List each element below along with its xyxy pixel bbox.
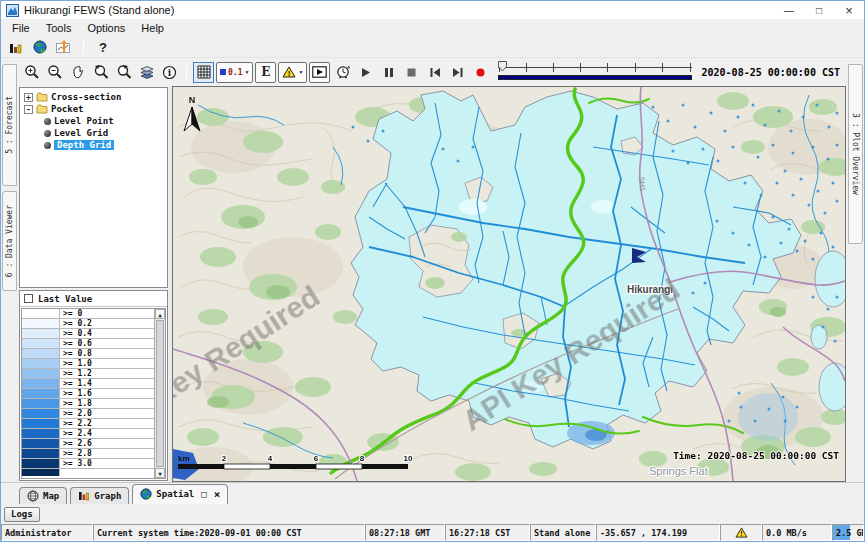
zoom-out-button[interactable]	[44, 62, 65, 83]
status-memory: 2.5 GB	[832, 524, 864, 541]
map-display-button[interactable]	[31, 39, 49, 55]
zoom-previous-button[interactable]	[90, 62, 111, 83]
warning-dropdown[interactable]: ! ▼	[278, 62, 307, 83]
step-back-icon	[429, 67, 441, 78]
menu-item-tools[interactable]: Tools	[38, 21, 80, 35]
folder-icon	[36, 104, 48, 114]
scroll-up-icon[interactable]: ▲	[155, 309, 165, 319]
place-label-springs-flat: Springs Flat	[649, 465, 708, 477]
status-local-time: 16:27:18 CST	[445, 524, 530, 541]
chart-arrow-icon	[56, 40, 72, 54]
legend-row: >= 1.4	[22, 379, 154, 389]
tree-item-label: Level Point	[54, 116, 114, 126]
zoom-in-icon	[24, 64, 40, 80]
status-transfer-rate: 0.0 MB/s	[762, 524, 832, 541]
pan-button[interactable]	[67, 62, 88, 83]
minimize-button[interactable]: —	[774, 1, 804, 19]
scroll-down-icon[interactable]: ▼	[155, 468, 165, 478]
menu-item-help[interactable]: Help	[133, 21, 172, 35]
tree-item-pocket[interactable]: - Pocket	[20, 103, 167, 115]
legend-row: >= 0	[22, 309, 154, 319]
tree-item-level-point[interactable]: Level Point	[20, 115, 167, 127]
tree-item-label-selected: Depth Grid	[54, 140, 114, 150]
map-time-label: Time: 2020-08-25 00:00:00 CST	[673, 450, 839, 461]
svg-text:2: 2	[222, 454, 227, 463]
chevron-down-icon: ▼	[244, 69, 249, 75]
maximize-button[interactable]: □	[804, 1, 834, 19]
legend-row-partial	[22, 469, 154, 476]
layers-button[interactable]	[136, 62, 157, 83]
interval-dropdown[interactable]: 0.1 ▼	[216, 62, 253, 83]
record-icon	[475, 67, 486, 78]
clock-icon	[335, 64, 351, 80]
map-view[interactable]: SH1 Hikurangi Springs Flat API Key Requi…	[172, 86, 846, 482]
svg-text:8: 8	[360, 454, 365, 463]
timeline-handle[interactable]	[498, 61, 508, 72]
svg-text:10: 10	[404, 454, 413, 463]
close-tab-icon[interactable]: ×	[214, 488, 221, 501]
legend-row: >= 1.6	[22, 389, 154, 399]
tab-map[interactable]: Map	[19, 487, 67, 504]
svg-text:!: !	[288, 69, 291, 78]
zoom-in-button[interactable]	[21, 62, 42, 83]
legend-scrollbar[interactable]: ▲ ▼	[154, 309, 165, 478]
scrollbar-thumb[interactable]	[156, 320, 164, 467]
svg-text:6: 6	[314, 454, 319, 463]
last-value-label: Last Value	[38, 294, 92, 304]
menubar: File Tools Options Help	[1, 19, 864, 37]
bar-chart-icon	[9, 41, 23, 54]
grid-display-button[interactable]	[193, 62, 214, 83]
hand-icon	[70, 65, 85, 80]
tree-item-depth-grid[interactable]: Depth Grid	[20, 139, 167, 151]
record-button[interactable]	[470, 62, 491, 83]
timeline-slider[interactable]	[498, 60, 691, 84]
last-value-checkbox[interactable]	[24, 294, 33, 303]
warning-icon: !	[282, 66, 296, 78]
tree-item-cross-section[interactable]: + Cross-section	[20, 91, 167, 103]
titlebar: Hikurangi FEWS (Stand alone) — □ ×	[1, 1, 864, 19]
legend-table: >= 0 >= 0.2 >= 0.4 >= 0.6 >= 0.8 >= 1.0 …	[22, 309, 154, 478]
step-forward-button[interactable]	[447, 62, 468, 83]
legend-row: >= 2.6	[22, 439, 154, 449]
sidebar-tab-data-viewer[interactable]: 6 : Data Viewer	[2, 191, 17, 291]
tree-item-level-grid[interactable]: Level Grid	[20, 127, 167, 139]
step-back-button[interactable]	[424, 62, 445, 83]
help-button[interactable]: ?	[94, 39, 112, 55]
collapse-icon[interactable]: -	[24, 105, 33, 114]
tree-item-label: Pocket	[51, 104, 84, 114]
spatial-display-button[interactable]	[55, 39, 73, 55]
presentation-button[interactable]	[309, 62, 330, 83]
tab-graph[interactable]: Graph	[70, 487, 129, 504]
zoom-next-button[interactable]	[113, 62, 134, 83]
replay-timer-button[interactable]	[332, 62, 353, 83]
status-mode: Stand alone	[530, 524, 596, 541]
tab-spatial[interactable]: Spatial □ ×	[132, 484, 228, 504]
expand-icon[interactable]: +	[24, 93, 33, 102]
database-display-button[interactable]	[7, 39, 25, 55]
stop-button[interactable]	[401, 62, 422, 83]
pause-button[interactable]	[378, 62, 399, 83]
app-window: Hikurangi FEWS (Stand alone) — □ × File …	[0, 0, 865, 542]
info-button[interactable]: i	[159, 62, 180, 83]
toolbar-separator	[186, 65, 187, 80]
menu-item-file[interactable]: File	[4, 21, 38, 35]
status-system-time: Current system time:2020-09-01 00:00 CST	[93, 524, 365, 541]
boxed-play-icon	[312, 66, 327, 78]
bottom-tab-bar: Map Graph Spatial □ ×	[1, 482, 864, 504]
sidebar-tab-plot-overview[interactable]: 3 : Plot Overview	[848, 64, 863, 244]
menu-item-options[interactable]: Options	[79, 21, 133, 35]
status-warning[interactable]: !	[720, 524, 762, 541]
play-button[interactable]	[355, 62, 376, 83]
timeline-date: 2020-08-25 00:00:00 CST	[702, 67, 840, 78]
sidebar-tab-forecast[interactable]: 5 : Forecast	[2, 64, 17, 186]
road-label-sh1: SH1	[637, 176, 647, 191]
close-button[interactable]: ×	[834, 1, 864, 19]
bullet-icon	[44, 118, 51, 125]
logs-button[interactable]: Logs	[4, 507, 40, 522]
globe-icon	[33, 40, 47, 54]
label-button[interactable]: E	[255, 62, 276, 83]
tree-item-label: Level Grid	[54, 128, 108, 138]
map-canvas[interactable]: SH1 Hikurangi Springs Flat API Key Requi…	[173, 87, 845, 481]
maximize-tab-icon[interactable]: □	[201, 489, 206, 499]
status-gmt-time: 08:27:18 GMT	[365, 524, 445, 541]
